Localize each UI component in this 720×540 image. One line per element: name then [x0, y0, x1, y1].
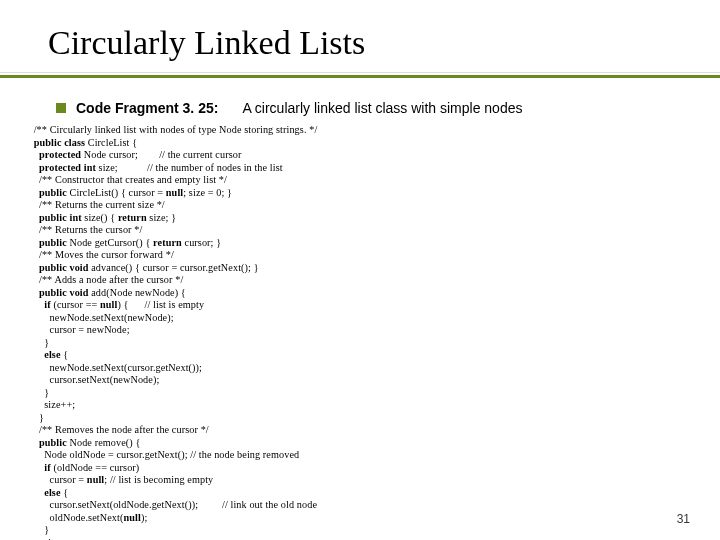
- code-fragment-label: Code Fragment 3. 25:: [76, 100, 218, 116]
- rule-green: [0, 75, 720, 78]
- title-underline: [48, 72, 672, 82]
- slide-title: Circularly Linked Lists: [48, 24, 672, 62]
- bullet-line: Code Fragment 3. 25: A circularly linked…: [56, 100, 672, 116]
- slide: Circularly Linked Lists Code Fragment 3.…: [0, 0, 720, 540]
- page-number: 31: [677, 512, 690, 526]
- bullet-icon: [56, 103, 66, 113]
- code-block: /** Circularly linked list with nodes of…: [34, 124, 679, 540]
- code-fragment-desc: A circularly linked list class with simp…: [242, 100, 522, 116]
